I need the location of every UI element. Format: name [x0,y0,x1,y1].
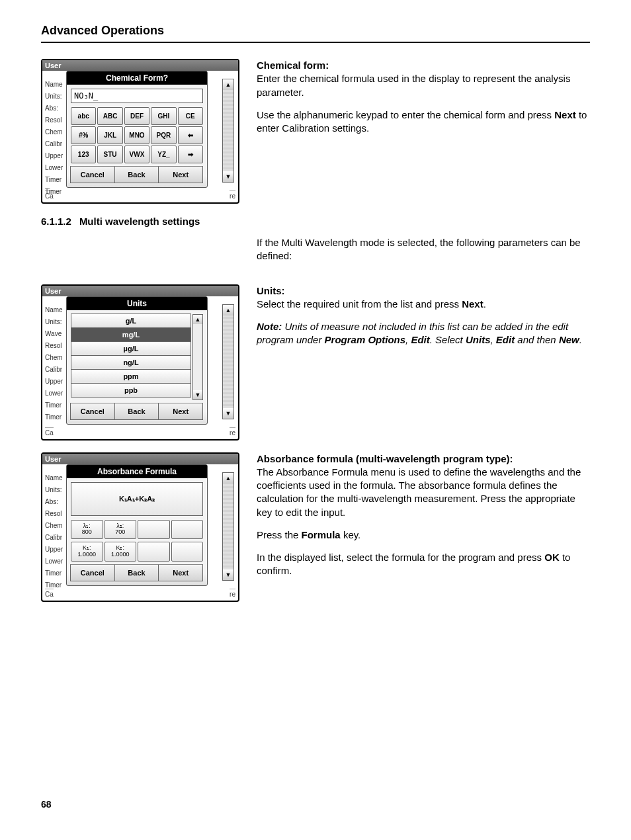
unit-option[interactable]: µg/L [71,341,191,356]
side-scroll-3[interactable]: ▲ ▼ [222,472,234,581]
value-button: . [171,520,204,540]
left-label: Timer [45,579,63,591]
dialog-title: Units [67,297,207,310]
chem-next-kw: Next [554,109,576,120]
unit-option[interactable]: g/L [71,314,191,328]
left-label: Chem [45,520,63,532]
section-units: User NameUnits:WaveResolChemCalibrUpperL… [41,284,590,441]
left-label: Wave [45,328,63,340]
keypad-key[interactable]: PQR [151,126,176,144]
scroll-up-icon[interactable]: ▲ [193,315,202,324]
abs-p1: The Absorbance Formula menu is used to d… [257,466,581,518]
left-label: Name [45,304,63,316]
scroll-up-icon[interactable]: ▲ [223,473,233,483]
left-label: Timer [45,567,63,579]
strip-user: User [45,287,61,295]
keypad-key[interactable]: GHI [151,107,176,125]
dialog-chem: Chemical Form? NO₃N_ abcABCDEFGHICE#%JKL… [66,71,208,188]
lambda-row: λ₁: 800λ₂: 700.. [71,520,203,540]
scroll-down-icon[interactable]: ▼ [223,171,233,182]
keypad-key[interactable]: JKL [97,126,122,144]
keypad-key[interactable]: abc [71,107,96,125]
keypad-key[interactable]: MNO [124,126,149,144]
dialog-units: Units g/Lmg/Lµg/Lng/Lppmppb ▲ ▼ Cancel B… [66,296,208,425]
side-scroll-2[interactable]: ▲ ▼ [222,304,234,419]
back-button[interactable]: Back [114,166,159,183]
unit-option[interactable]: mg/L [71,327,191,342]
keypad-key[interactable]: ⬅ [178,126,203,144]
left-label: Timer [45,186,63,198]
left-label: Abs: [45,103,63,114]
left-labels-1: NameUnits:Abs:ResolChemCalibrUpperLowerT… [45,79,63,198]
value-button: . [138,542,170,562]
scroll-down-icon[interactable]: ▼ [223,569,233,580]
value-button[interactable]: λ₁: 800 [71,520,103,540]
cancel-button[interactable]: Cancel [70,166,115,183]
value-button[interactable]: λ₂: 700 [105,520,137,540]
back-button[interactable]: Back [114,403,159,420]
left-label: Abs: [45,496,63,508]
scroll-track[interactable] [223,90,233,171]
abs-p3a: In the displayed list, select the formul… [257,552,544,563]
left-label: Timer [45,174,63,186]
device-abs: User NameUnits:Abs:ResolChemCalibrUpperL… [41,452,239,603]
scroll-up-icon[interactable]: ▲ [223,305,233,315]
left-label: Resol [45,508,63,520]
left-label: Upper [45,150,63,162]
scroll-down-icon[interactable]: ▼ [223,408,233,419]
scroll-down-icon[interactable]: ▼ [193,390,202,399]
side-scroll-1[interactable]: ▲ ▼ [222,79,234,183]
value-button[interactable]: K₁: 1.0000 [71,542,103,562]
keypad-key[interactable]: VWX [124,146,149,163]
left-label: Name [45,79,63,91]
unit-option[interactable]: ng/L [71,355,191,370]
keypad-key[interactable]: STU [97,146,122,163]
keypad-key[interactable]: ABC [97,107,122,125]
chem-input[interactable]: NO₃N_ [71,89,203,103]
left-label: Resol [45,340,63,352]
units-scroll[interactable]: ▲ ▼ [192,314,203,400]
keypad-key[interactable]: #% [71,126,96,144]
scroll-track[interactable] [223,483,233,570]
keypad-key[interactable]: ➡ [178,146,203,163]
units-note: Note: Units of measure not included in t… [257,320,590,347]
value-button[interactable]: K₂: 1.0000 [105,542,137,562]
keypad-key[interactable]: DEF [124,107,149,125]
device-chem: User NameUnits:Abs:ResolChemCalibrUpperL… [41,59,239,204]
abs-p2a: Press the [257,529,302,540]
subheading-6112: 6.1.1.2Multi wavelength settings [41,216,590,227]
subheading-num: 6.1.1.2 [41,216,71,227]
cancel-button[interactable]: Cancel [70,403,115,420]
screenshot-absorbance: User NameUnits:Abs:ResolChemCalibrUpperL… [41,452,239,603]
keypad-key[interactable]: 123 [71,146,96,163]
units-p1a: Select the required unit from the list a… [257,298,462,310]
foot-left: Ca [45,427,54,437]
chem-p2a: Use the alphanumeric keypad to enter the… [257,109,554,120]
left-label: Calibr [45,138,63,150]
back-button[interactable]: Back [114,564,159,581]
left-label: Upper [45,376,63,388]
k-row: K₁: 1.0000K₂: 1.0000.. [71,542,203,562]
value-button: . [171,542,204,562]
left-label: Upper [45,544,63,556]
next-button[interactable]: Next [158,564,203,581]
keypad-key[interactable]: YZ_ [151,146,176,163]
next-button[interactable]: Next [158,166,203,183]
section-absorbance: User NameUnits:Abs:ResolChemCalibrUpperL… [41,452,590,603]
unit-option[interactable]: ppm [71,369,191,384]
keypad: abcABCDEFGHICE#%JKLMNOPQR⬅123STUVWXYZ_➡ [71,107,203,163]
next-button[interactable]: Next [158,403,203,420]
keypad-key[interactable]: CE [178,107,203,125]
scroll-up-icon[interactable]: ▲ [223,79,233,90]
unit-option[interactable]: ppb [71,383,191,398]
scroll-track[interactable] [223,315,233,408]
left-label: Units: [45,91,63,103]
device-footer: Ca re [42,188,238,202]
subheading-title: Multi wavelength settings [79,216,200,227]
cancel-button[interactable]: Cancel [70,564,115,581]
page-number: 68 [41,799,52,810]
device-units: User NameUnits:WaveResolChemCalibrUpperL… [41,284,239,441]
formula-button[interactable]: K₁A₁+K₂A₂ [71,482,203,516]
left-labels-2: NameUnits:WaveResolChemCalibrUpperLowerT… [45,304,63,423]
units-list[interactable]: g/Lmg/Lµg/Lng/Lppmppb [71,314,191,398]
